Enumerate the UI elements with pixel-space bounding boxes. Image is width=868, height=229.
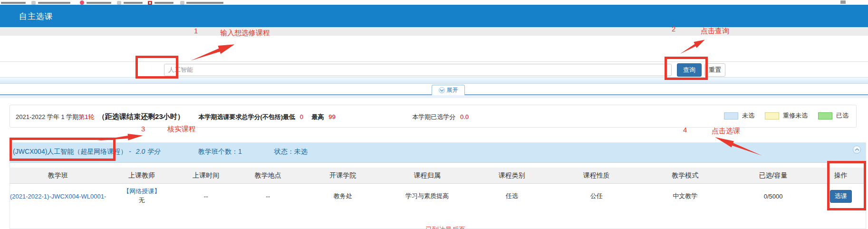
bookmark-site-icon[interactable] bbox=[117, 1, 121, 5]
capacity: 0/5000 bbox=[731, 193, 816, 200]
course-belonging: 学习与素质提高 bbox=[384, 192, 471, 200]
divider-pale bbox=[0, 95, 868, 98]
class-count: 教学班个数：1 bbox=[198, 148, 242, 155]
teaching-mode: 中文教学 bbox=[640, 192, 731, 200]
annotation-step3-label: 核实课程 bbox=[167, 125, 196, 134]
course-status: 状态：未选 bbox=[274, 148, 308, 155]
round-label: 第1轮 bbox=[78, 113, 94, 120]
expand-strip: 展开 bbox=[0, 84, 868, 95]
bookmark-item[interactable] bbox=[1, 2, 26, 4]
retake-label: 重修未选 bbox=[783, 111, 808, 120]
expand-toggle[interactable]: 展开 bbox=[432, 85, 465, 95]
teacher-cell: 【网络授课】 无 bbox=[106, 187, 178, 205]
other-bookmarks-folder-icon[interactable] bbox=[840, 0, 846, 4]
annotation-rect-select-button bbox=[827, 161, 866, 210]
red-square-favicon[interactable] bbox=[148, 1, 152, 5]
col-header: 教学地点 bbox=[234, 171, 302, 180]
unselected-swatch bbox=[724, 112, 738, 119]
selected-label: 已选 bbox=[836, 111, 849, 120]
table-row: (2021-2022-1)-JWCX004-WL0001-1 【网络授课】 无 … bbox=[10, 184, 866, 209]
unselected-label: 未选 bbox=[742, 111, 754, 120]
col-header: 教学模式 bbox=[640, 171, 731, 180]
course-search-input[interactable] bbox=[164, 64, 672, 76]
course-panel: (JWCX004)人工智能（超星网络课程） - 2.0 学分 教学班个数：1 状… bbox=[10, 142, 866, 229]
bookmark-item[interactable] bbox=[87, 2, 111, 4]
col-header: 课程归属 bbox=[384, 171, 471, 180]
legend-retake: 重修未选 bbox=[765, 111, 808, 120]
col-header: 上课教师 bbox=[106, 171, 178, 180]
annotation-step2-label: 点击查询 bbox=[701, 27, 729, 36]
bookmark-item[interactable] bbox=[124, 2, 143, 4]
annotation-rect-query-button bbox=[665, 57, 708, 80]
term-label: 2021-2022 学年 1 学期 bbox=[16, 113, 78, 120]
college: 教务处 bbox=[302, 192, 384, 200]
teacher-tag: 【网络授课】 bbox=[123, 188, 160, 195]
bookmark-item[interactable] bbox=[186, 2, 223, 4]
collapse-icon[interactable] bbox=[853, 146, 861, 154]
annotation-rect-search-input bbox=[135, 56, 178, 79]
bookmark-site-icon[interactable] bbox=[180, 1, 184, 5]
col-header: 开课学院 bbox=[302, 171, 384, 180]
selected-credits: 0.0 bbox=[460, 113, 469, 120]
class-place: -- bbox=[234, 193, 302, 200]
max-label: 最高 bbox=[312, 113, 324, 120]
class-id-link[interactable]: (2021-2022-1)-JWCX004-WL0001-1 bbox=[10, 193, 106, 200]
expand-label: 展开 bbox=[447, 86, 458, 94]
annotation-arrow-3 bbox=[96, 131, 144, 144]
bookmark-site-icon[interactable] bbox=[31, 1, 36, 5]
app-header: 自主选课 bbox=[0, 5, 868, 27]
divider-strip bbox=[0, 78, 868, 84]
annotation-step2-number: 2 bbox=[672, 25, 675, 33]
semester-panel: 2021-2022 学年 1 学期第1轮 （距选课结束还剩23小时） 本学期选课… bbox=[10, 105, 857, 128]
legend-unselected: 未选 bbox=[724, 111, 754, 120]
chevron-down-icon bbox=[439, 87, 445, 93]
retake-swatch bbox=[765, 112, 779, 119]
status-legend: 未选 重修未选 已选 bbox=[724, 111, 849, 120]
annotation-step4-number: 4 bbox=[683, 126, 687, 134]
table-header-row: 教学班 上课教师 上课时间 教学地点 开课学院 课程归属 课程类别 课程性质 教… bbox=[10, 168, 866, 184]
annotation-step1-label: 输入想选修课程 bbox=[220, 29, 270, 38]
annotation-step1-number: 1 bbox=[194, 27, 198, 35]
page: 自主选课 查询 重置 展开 2021-2022 学年 1 学期第1轮 （距选课结… bbox=[0, 0, 868, 229]
col-header: 已选/容量 bbox=[731, 171, 816, 180]
requirement-label: 本学期选课要求总学分(不包括)最低 bbox=[198, 113, 295, 120]
end-of-list-hint: 已到达最后页 bbox=[425, 226, 465, 229]
bookmarks-bar bbox=[0, 0, 868, 5]
class-table: 教学班 上课教师 上课时间 教学地点 开课学院 课程归属 课程类别 课程性质 教… bbox=[10, 168, 866, 209]
teacher-name: 无 bbox=[139, 197, 145, 204]
col-header: 上课时间 bbox=[178, 171, 234, 180]
countdown-label: （距选课结束还剩23小时） bbox=[98, 112, 184, 120]
col-header: 课程性质 bbox=[553, 171, 640, 180]
course-nature: 公任 bbox=[553, 192, 640, 200]
bookmark-item[interactable] bbox=[38, 2, 70, 4]
col-header: 课程类别 bbox=[470, 171, 553, 180]
max-credits: 99 bbox=[328, 113, 335, 120]
sub-header-strip bbox=[0, 27, 868, 36]
bookmark-item[interactable] bbox=[154, 2, 174, 4]
min-credits: 0 bbox=[300, 113, 303, 120]
col-header: 教学班 bbox=[10, 171, 106, 180]
annotation-arrow-2 bbox=[676, 34, 708, 59]
course-credits: 2.0 学分 bbox=[136, 148, 160, 155]
course-category: 任选 bbox=[470, 192, 553, 200]
selected-swatch bbox=[818, 112, 832, 119]
selected-credits-label: 本学期已选学分 bbox=[412, 113, 455, 120]
filter-bar: 查询 重置 bbox=[0, 61, 868, 78]
semester-info: 2021-2022 学年 1 学期第1轮 （距选课结束还剩23小时） 本学期选课… bbox=[16, 112, 469, 121]
page-title: 自主选课 bbox=[19, 5, 53, 27]
class-time: -- bbox=[178, 193, 234, 200]
legend-selected: 已选 bbox=[818, 111, 849, 120]
red-circle-favicon[interactable] bbox=[80, 0, 84, 5]
